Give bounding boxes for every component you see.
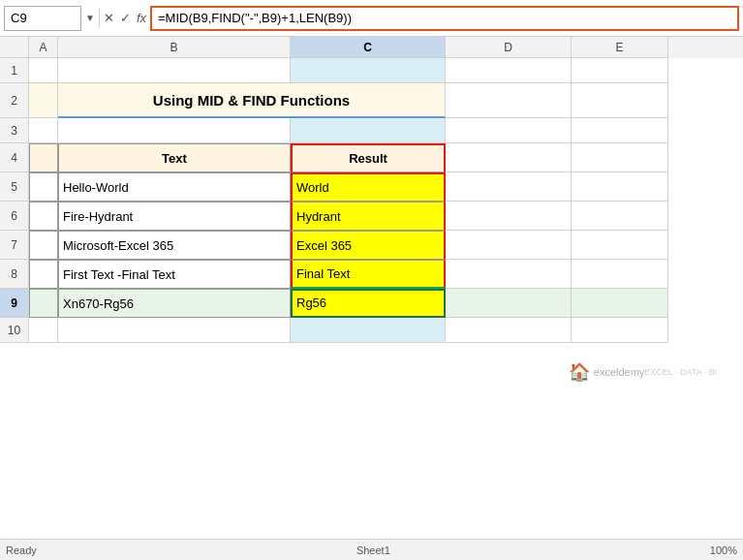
formula-actions: ✕ ✓ fx bbox=[104, 11, 146, 25]
cell-e5[interactable] bbox=[572, 172, 668, 202]
cell-b1[interactable] bbox=[58, 58, 291, 83]
cell-c8[interactable]: Final Text bbox=[291, 260, 446, 289]
cell-d1[interactable] bbox=[446, 58, 572, 83]
cell-d9[interactable] bbox=[446, 289, 572, 318]
row-header-9: 9 bbox=[0, 289, 29, 318]
cell-a6[interactable] bbox=[29, 202, 58, 231]
cell-a8[interactable] bbox=[29, 260, 58, 289]
row-header-5: 5 bbox=[0, 172, 29, 202]
row-4: 4 Text Result bbox=[0, 143, 743, 172]
column-headers: A B C D E bbox=[0, 37, 743, 58]
cell-d8[interactable] bbox=[446, 260, 572, 289]
data-result-8: Final Text bbox=[296, 266, 350, 281]
cell-a3[interactable] bbox=[29, 118, 58, 143]
cancel-icon[interactable]: ✕ bbox=[104, 11, 114, 25]
cell-d4[interactable] bbox=[446, 143, 572, 172]
cell-a7[interactable] bbox=[29, 231, 58, 260]
row-header-10: 10 bbox=[0, 318, 29, 343]
cell-c6[interactable]: Hydrant bbox=[291, 202, 446, 231]
cell-d6[interactable] bbox=[446, 202, 572, 231]
row-10: 10 bbox=[0, 318, 743, 343]
cell-b4[interactable]: Text bbox=[58, 143, 291, 172]
row-8: 8 First Text -Final Text Final Text bbox=[0, 260, 743, 289]
cell-b7[interactable]: Microsoft-Excel 365 bbox=[58, 231, 291, 260]
cell-e4[interactable] bbox=[572, 143, 668, 172]
header-text: Text bbox=[162, 151, 187, 166]
cell-a9[interactable] bbox=[29, 289, 58, 318]
row-6: 6 Fire-Hydrant Hydrant bbox=[0, 202, 743, 231]
confirm-icon[interactable]: ✓ bbox=[120, 11, 131, 25]
zoom-controls: 100% bbox=[710, 544, 737, 556]
data-result-6: Hydrant bbox=[296, 209, 341, 224]
cell-e10[interactable] bbox=[572, 318, 668, 343]
status-ready: Ready bbox=[6, 544, 37, 556]
cell-a2[interactable] bbox=[29, 83, 58, 118]
sheet-tab[interactable]: Sheet1 bbox=[356, 544, 390, 556]
col-header-e[interactable]: E bbox=[572, 37, 668, 58]
col-header-d[interactable]: D bbox=[446, 37, 572, 58]
data-result-9: Rg56 bbox=[296, 296, 326, 310]
cell-e7[interactable] bbox=[572, 231, 668, 260]
cell-b3[interactable] bbox=[58, 118, 291, 143]
cell-a4[interactable] bbox=[29, 143, 58, 172]
cell-c4[interactable]: Result bbox=[291, 143, 446, 172]
function-icon[interactable]: fx bbox=[137, 11, 146, 25]
cell-d5[interactable] bbox=[446, 172, 572, 202]
row-5: 5 Hello-World World bbox=[0, 172, 743, 202]
cell-b9[interactable]: Xn670-Rg56 bbox=[58, 289, 291, 318]
row-header-7: 7 bbox=[0, 231, 29, 260]
cell-c10[interactable] bbox=[291, 318, 446, 343]
col-header-c[interactable]: C bbox=[291, 37, 446, 58]
cell-d7[interactable] bbox=[446, 231, 572, 260]
formula-bar-container: C9 ▼ ✕ ✓ fx =MID(B9,FIND("-",B9)+1,LEN(B… bbox=[0, 0, 743, 37]
watermark-icon: 🏠 bbox=[569, 361, 590, 383]
cell-c3[interactable] bbox=[291, 118, 446, 143]
formula-text: =MID(B9,FIND("-",B9)+1,LEN(B9)) bbox=[158, 11, 352, 25]
cell-e6[interactable] bbox=[572, 202, 668, 231]
row-header-1: 1 bbox=[0, 58, 29, 83]
cell-d2[interactable] bbox=[446, 83, 572, 118]
col-header-b[interactable]: B bbox=[58, 37, 291, 58]
row-2: 2 Using MID & FIND Functions bbox=[0, 83, 743, 118]
cell-c9[interactable]: Rg56 bbox=[291, 289, 446, 318]
cell-e1[interactable] bbox=[572, 58, 668, 83]
cell-a10[interactable] bbox=[29, 318, 58, 343]
cell-b2-merged[interactable]: Using MID & FIND Functions bbox=[58, 83, 446, 118]
spreadsheet-title: Using MID & FIND Functions bbox=[153, 92, 350, 109]
cell-c1[interactable] bbox=[291, 58, 446, 83]
cell-b8[interactable]: First Text -Final Text bbox=[58, 260, 291, 289]
row-header-4: 4 bbox=[0, 143, 29, 172]
spreadsheet: A B C D E 1 2 Using MID & bbox=[0, 37, 743, 391]
data-text-6: Fire-Hydrant bbox=[63, 209, 133, 224]
cell-reference: C9 bbox=[11, 11, 27, 25]
cell-name-box[interactable]: C9 bbox=[4, 6, 81, 31]
cell-a5[interactable] bbox=[29, 172, 58, 202]
row-header-3: 3 bbox=[0, 118, 29, 143]
cell-a1[interactable] bbox=[29, 58, 58, 83]
cell-e8[interactable] bbox=[572, 260, 668, 289]
row-header-6: 6 bbox=[0, 202, 29, 231]
cell-d10[interactable] bbox=[446, 318, 572, 343]
data-result-5: World bbox=[296, 180, 329, 195]
formula-input[interactable]: =MID(B9,FIND("-",B9)+1,LEN(B9)) bbox=[150, 6, 739, 31]
dropdown-icon[interactable]: ▼ bbox=[85, 13, 95, 23]
watermark-tagline: EXCEL · DATA · BI bbox=[644, 367, 717, 377]
row-1: 1 bbox=[0, 58, 743, 83]
data-result-7: Excel 365 bbox=[296, 238, 352, 253]
cell-e3[interactable] bbox=[572, 118, 668, 143]
row-3: 3 bbox=[0, 118, 743, 143]
cell-d3[interactable] bbox=[446, 118, 572, 143]
cell-c7[interactable]: Excel 365 bbox=[291, 231, 446, 260]
cell-e2[interactable] bbox=[572, 83, 668, 118]
cell-c5[interactable]: World bbox=[291, 172, 446, 202]
watermark-row: 🏠 exceldemy EXCEL · DATA · BI bbox=[271, 353, 743, 391]
cell-b6[interactable]: Fire-Hydrant bbox=[58, 202, 291, 231]
status-bar: Ready Sheet1 100% bbox=[0, 539, 743, 560]
cell-e9[interactable] bbox=[572, 289, 668, 318]
data-text-8: First Text -Final Text bbox=[63, 267, 175, 282]
cell-b5[interactable]: Hello-World bbox=[58, 172, 291, 202]
col-header-a[interactable]: A bbox=[29, 37, 58, 58]
cell-b10[interactable] bbox=[58, 318, 291, 343]
data-text-7: Microsoft-Excel 365 bbox=[63, 238, 173, 253]
row-header-2: 2 bbox=[0, 83, 29, 118]
